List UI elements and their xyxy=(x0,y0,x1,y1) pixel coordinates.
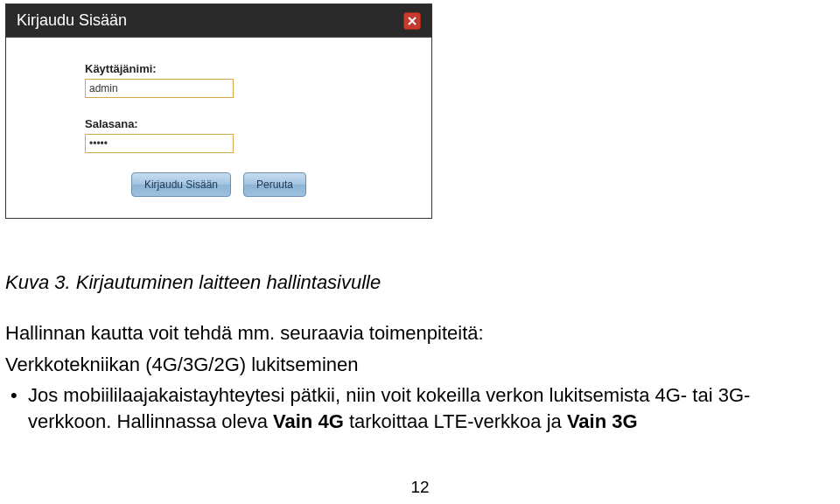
vain-3g: Vain 3G xyxy=(567,410,638,432)
page-number: 12 xyxy=(0,478,840,497)
username-group: Käyttäjänimi: xyxy=(85,62,353,98)
dialog-body: Käyttäjänimi: Salasana: Kirjaudu Sisään … xyxy=(6,38,431,218)
username-input[interactable] xyxy=(85,79,234,98)
username-label: Käyttäjänimi: xyxy=(85,62,353,75)
close-button[interactable] xyxy=(403,12,421,30)
password-label: Salasana: xyxy=(85,117,353,130)
vain-4g: Vain 4G xyxy=(273,410,344,432)
dialog-title-bar: Kirjaudu Sisään xyxy=(6,4,431,38)
bullet-item: Jos mobiililaajakaistayhteytesi pätkii, … xyxy=(5,382,828,434)
document-text: Kuva 3. Kirjautuminen laitteen hallintas… xyxy=(5,271,828,437)
button-row: Kirjaudu Sisään Peruuta xyxy=(85,172,353,197)
password-input[interactable] xyxy=(85,134,234,153)
close-icon xyxy=(408,17,416,25)
login-dialog: Kirjaudu Sisään Käyttäjänimi: Salasana: … xyxy=(5,4,432,219)
figure-caption: Kuva 3. Kirjautuminen laitteen hallintas… xyxy=(5,271,828,294)
login-button[interactable]: Kirjaudu Sisään xyxy=(131,172,231,197)
intro-paragraph: Hallinnan kautta voit tehdä mm. seuraavi… xyxy=(5,320,828,346)
bullet-mid: tarkoittaa LTE-verkkoa ja xyxy=(344,410,567,432)
password-group: Salasana: xyxy=(85,117,353,153)
cancel-button[interactable]: Peruuta xyxy=(243,172,306,197)
dialog-title: Kirjaudu Sisään xyxy=(17,11,127,30)
tech-lock-heading: Verkkotekniikan (4G/3G/2G) lukitseminen xyxy=(5,352,828,378)
